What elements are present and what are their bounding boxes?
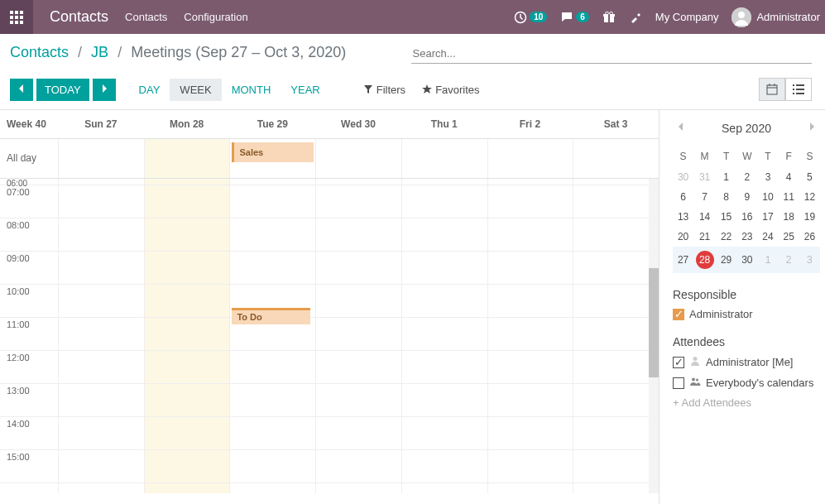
mini-day[interactable]: 1 <box>757 247 778 273</box>
nav-link-contacts[interactable]: Contacts <box>125 11 167 23</box>
mini-day[interactable]: 16 <box>736 207 757 227</box>
day-header-tue[interactable]: Tue 29 <box>229 110 315 138</box>
attendee-me-label: Administrator [Me] <box>706 356 793 368</box>
prev-button[interactable] <box>10 79 33 101</box>
day-header-sun[interactable]: Sun 27 <box>58 110 144 138</box>
allday-cell[interactable] <box>487 139 573 178</box>
mini-calendar: Sep 2020 SMTWTFS 303112345 6789101112 <box>673 118 820 273</box>
mini-day[interactable]: 29 <box>716 247 736 273</box>
search-input[interactable] <box>411 44 813 63</box>
mini-day[interactable]: 3 <box>757 167 778 187</box>
day-col-mon-today[interactable] <box>144 179 230 493</box>
mini-day[interactable]: 23 <box>736 227 757 247</box>
tools-button[interactable] <box>629 11 642 24</box>
mini-day[interactable]: 3 <box>799 247 820 273</box>
mini-day[interactable]: 9 <box>736 187 757 207</box>
view-switcher <box>759 78 812 101</box>
mini-day[interactable]: 6 <box>673 187 693 207</box>
allday-cell-today[interactable] <box>144 139 230 178</box>
checkbox-checked-icon[interactable]: ✓ <box>673 357 684 368</box>
scale-week[interactable]: WEEK <box>170 79 221 101</box>
gift-button[interactable] <box>602 11 616 24</box>
mini-day[interactable]: 8 <box>716 187 736 207</box>
event-sales[interactable]: Sales <box>232 142 314 162</box>
event-todo[interactable]: To Do <box>232 308 310 324</box>
svg-rect-26 <box>796 93 804 94</box>
nav-link-configuration[interactable]: Configuration <box>184 11 247 23</box>
day-col-sun[interactable] <box>58 179 144 493</box>
day-col-thu[interactable] <box>401 179 487 493</box>
mini-prev-button[interactable] <box>673 118 689 137</box>
mini-day[interactable]: 17 <box>757 207 778 227</box>
mini-day[interactable]: 30 <box>736 247 757 273</box>
mini-day[interactable]: 1 <box>716 167 736 187</box>
day-col-wed[interactable] <box>315 179 401 493</box>
mini-day[interactable]: 19 <box>799 207 820 227</box>
add-attendees-link[interactable]: + Add Attendees <box>673 396 820 409</box>
breadcrumb-root[interactable]: Contacts <box>10 44 69 60</box>
messaging-button[interactable]: 6 <box>560 11 589 24</box>
time-label: 10:00 <box>0 285 58 318</box>
apps-launcher-button[interactable] <box>0 0 33 34</box>
day-header-thu[interactable]: Thu 1 <box>401 110 487 138</box>
mini-day[interactable]: 2 <box>779 247 799 273</box>
day-col-sat[interactable] <box>573 179 659 493</box>
filters-button[interactable]: Filters <box>363 84 405 96</box>
mini-day[interactable]: 22 <box>716 227 736 247</box>
attendee-me[interactable]: ✓ Administrator [Me] <box>673 355 820 369</box>
responsible-section: Responsible ✓ Administrator <box>673 288 820 320</box>
activities-button[interactable]: 10 <box>514 11 547 24</box>
mini-day[interactable]: 7 <box>693 187 716 207</box>
mini-day[interactable]: 30 <box>673 167 693 187</box>
checkbox-unchecked-icon[interactable] <box>673 377 684 389</box>
allday-cell[interactable] <box>315 139 401 178</box>
scale-year[interactable]: YEAR <box>281 79 329 101</box>
mini-next-button[interactable] <box>803 118 820 137</box>
mini-day[interactable]: 11 <box>779 187 799 207</box>
allday-cell[interactable] <box>573 139 659 178</box>
breadcrumb-mid[interactable]: JB <box>91 44 108 60</box>
day-header-fri[interactable]: Fri 2 <box>487 110 573 138</box>
mini-day[interactable]: 21 <box>693 227 716 247</box>
mini-day[interactable]: 20 <box>673 227 693 247</box>
mini-day[interactable]: 25 <box>779 227 799 247</box>
nav-links: Contacts Configuration <box>125 11 248 23</box>
scrollbar[interactable] <box>649 179 659 493</box>
allday-cell[interactable]: Sales <box>229 139 315 178</box>
scale-day[interactable]: DAY <box>129 79 170 101</box>
company-selector[interactable]: My Company <box>655 11 719 23</box>
today-button[interactable]: TODAY <box>36 79 89 101</box>
checkbox-checked-icon[interactable]: ✓ <box>673 309 684 320</box>
responsible-item[interactable]: ✓ Administrator <box>673 308 820 320</box>
day-header-wed[interactable]: Wed 30 <box>315 110 401 138</box>
mini-day[interactable]: 15 <box>716 207 736 227</box>
attendee-everybody[interactable]: Everybody's calendars <box>673 376 820 390</box>
allday-cell[interactable] <box>58 139 144 178</box>
mini-day[interactable]: 4 <box>779 167 799 187</box>
allday-cell[interactable] <box>401 139 487 178</box>
day-col-tue[interactable]: To Do <box>229 179 315 493</box>
mini-day[interactable]: 14 <box>693 207 716 227</box>
mini-day[interactable]: 31 <box>693 167 716 187</box>
day-header-sat[interactable]: Sat 3 <box>573 110 659 138</box>
mini-day[interactable]: 27 <box>673 247 693 273</box>
next-button[interactable] <box>93 79 116 101</box>
mini-day[interactable]: 5 <box>799 167 820 187</box>
day-header-mon[interactable]: Mon 28 <box>144 110 230 138</box>
app-brand[interactable]: Contacts <box>33 8 125 26</box>
mini-day[interactable]: 10 <box>757 187 778 207</box>
day-col-fri[interactable] <box>487 179 573 493</box>
mini-day[interactable]: 13 <box>673 207 693 227</box>
scrollbar-thumb[interactable] <box>649 268 659 377</box>
user-menu[interactable]: Administrator <box>731 7 820 27</box>
mini-day[interactable]: 26 <box>799 227 820 247</box>
mini-day[interactable]: 18 <box>779 207 799 227</box>
mini-day-today[interactable]: 28 <box>693 247 716 273</box>
mini-day[interactable]: 2 <box>736 167 757 187</box>
view-list-button[interactable] <box>785 78 812 101</box>
favorites-button[interactable]: Favorites <box>422 84 479 96</box>
view-calendar-button[interactable] <box>759 78 785 101</box>
mini-day[interactable]: 24 <box>757 227 778 247</box>
scale-month[interactable]: MONTH <box>222 79 281 101</box>
mini-day[interactable]: 12 <box>799 187 820 207</box>
